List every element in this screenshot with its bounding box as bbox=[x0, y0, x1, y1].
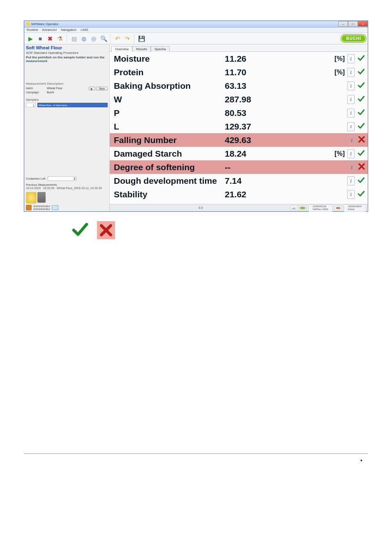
main-area: Overview Results Spectra Moisture11.26[%… bbox=[110, 44, 368, 211]
sample-row: 1 Wheat flour...of data dyna... bbox=[26, 103, 108, 107]
window-minimize[interactable]: – bbox=[338, 21, 348, 27]
status-ok-icon bbox=[357, 54, 365, 63]
window-title: NIRWare Operator bbox=[31, 22, 58, 26]
containers-input[interactable] bbox=[48, 176, 76, 181]
result-name: L bbox=[114, 122, 225, 132]
result-name: P bbox=[114, 108, 225, 118]
status-ok-icon bbox=[357, 149, 365, 158]
svg-point-2 bbox=[336, 207, 340, 209]
result-row: Moisture11.26[%]i bbox=[110, 52, 368, 65]
statusbar-solids-icon bbox=[334, 205, 342, 211]
sample-selected[interactable]: Wheat flour...of data dyna... bbox=[37, 103, 108, 107]
brand-logo: BUCHI bbox=[341, 35, 366, 42]
tab-overview[interactable]: Overview bbox=[111, 46, 132, 52]
prev-meas-row[interactable]: 10-12-2010 10:33:45 Wheat Flour_2010-10-… bbox=[26, 187, 108, 190]
result-name: Moisture bbox=[114, 54, 225, 64]
result-value: 11.26 bbox=[225, 54, 334, 64]
info-icon[interactable]: i bbox=[347, 176, 355, 185]
result-name: Dough development time bbox=[114, 176, 225, 186]
run-sample-button[interactable]: ▶ bbox=[89, 87, 95, 90]
batch-value: Wheat Flour bbox=[47, 87, 88, 90]
prev-meas-head: Previous Measurements bbox=[26, 183, 108, 186]
new-sample-button[interactable]: New bbox=[96, 87, 108, 90]
info-icon[interactable]: i bbox=[347, 109, 355, 118]
info-icon[interactable]: i bbox=[347, 68, 355, 77]
tb-globe-search-icon[interactable]: ◎ bbox=[89, 34, 98, 43]
tb-play-icon[interactable]: ▶ bbox=[26, 34, 35, 43]
tb-layers-icon[interactable]: ▤ bbox=[69, 34, 78, 43]
menu-lims[interactable]: LIMS bbox=[81, 28, 88, 32]
statusbar-device-chip: 1000000156 NIRFlex N500 bbox=[308, 204, 333, 212]
result-value: 129.37 bbox=[225, 122, 345, 132]
status-bad-icon bbox=[358, 135, 365, 145]
status-bar: 0.0 1000000156 NIRFlex N500 bbox=[110, 204, 368, 211]
info-icon[interactable]: i bbox=[347, 81, 355, 90]
result-name: W bbox=[114, 95, 225, 104]
tab-results[interactable]: Results bbox=[132, 46, 151, 52]
result-value: 7.14 bbox=[225, 176, 345, 186]
batch-label: batch bbox=[26, 87, 46, 90]
result-value: 18.24 bbox=[225, 149, 334, 159]
legend-bad-icon bbox=[97, 221, 115, 239]
result-unit: [%] bbox=[334, 69, 345, 76]
window-close[interactable]: × bbox=[358, 21, 368, 27]
info-icon[interactable]: i bbox=[347, 149, 355, 158]
info-icon[interactable]: i bbox=[348, 163, 355, 172]
user-icon bbox=[26, 205, 32, 210]
status-ok-icon bbox=[357, 190, 365, 199]
menu-navigation[interactable]: Navigation bbox=[61, 28, 76, 32]
archive-icon[interactable] bbox=[37, 192, 46, 203]
window-titlebar[interactable]: NIRWare Operator – □ × bbox=[24, 21, 368, 28]
tb-globe-icon[interactable]: ◍ bbox=[79, 34, 88, 43]
result-row: Protein11.70[%]i bbox=[110, 65, 368, 79]
sidebar-title: Soft Wheat Flour bbox=[26, 45, 108, 50]
menu-bar: Routine Advanced Navigation LIMS bbox=[24, 28, 368, 33]
prev-time: 10:33:45 bbox=[43, 187, 54, 190]
tb-delete-icon[interactable]: ✖ bbox=[46, 34, 55, 43]
svg-rect-1 bbox=[300, 207, 305, 209]
campaign-value: Buchi bbox=[47, 91, 88, 94]
status-ok-icon bbox=[357, 68, 365, 77]
sample-index[interactable]: 1 bbox=[26, 103, 36, 107]
result-name: Protein bbox=[114, 67, 225, 77]
result-name: Baking Absorption bbox=[114, 81, 225, 91]
status-bad-icon bbox=[358, 162, 365, 172]
meas-desc-head: Measurement Description bbox=[26, 82, 108, 86]
result-value: 287.98 bbox=[225, 95, 345, 104]
result-name: Degree of softening bbox=[114, 162, 225, 172]
statusbar-solids-chip: 1000044819 Solids bbox=[344, 204, 366, 212]
result-name: Falling Number bbox=[114, 135, 225, 145]
admin-1: Administrator bbox=[33, 205, 50, 208]
menu-advanced[interactable]: Advanced bbox=[42, 28, 57, 32]
status-ok-icon bbox=[357, 81, 365, 90]
tb-flask-icon[interactable]: ⚗ bbox=[55, 34, 65, 43]
info-icon[interactable]: i bbox=[347, 54, 355, 63]
sop-desc: Put the petridish on the sample holder a… bbox=[26, 56, 108, 63]
tb-undo-icon[interactable]: ↶ bbox=[113, 34, 122, 43]
prev-date: 10-12-2010 bbox=[26, 187, 41, 190]
result-unit: [%] bbox=[334, 150, 345, 157]
result-name: Damaged Starch bbox=[114, 149, 225, 159]
trash-icon[interactable] bbox=[26, 192, 37, 204]
result-row: Baking Absorption63.13i bbox=[110, 79, 368, 92]
info-icon[interactable]: i bbox=[347, 190, 355, 199]
window-maximize[interactable]: □ bbox=[348, 21, 358, 27]
status-ok-icon bbox=[357, 95, 365, 104]
tb-redo-icon[interactable]: ↷ bbox=[123, 34, 132, 43]
result-row: L129.37i bbox=[110, 120, 368, 133]
tb-save-icon[interactable]: 💾 bbox=[137, 34, 146, 43]
info-icon[interactable]: i bbox=[348, 136, 355, 145]
result-value: 11.70 bbox=[225, 67, 334, 77]
result-row: Dough development time7.14i bbox=[110, 174, 368, 187]
page-separator bbox=[24, 453, 368, 454]
result-row: Damaged Starch18.24[%]i bbox=[110, 147, 368, 160]
menu-routine[interactable]: Routine bbox=[27, 28, 38, 32]
tb-zoom-icon[interactable]: 🔍 bbox=[99, 34, 108, 43]
bullet: • bbox=[0, 457, 362, 464]
info-icon[interactable]: i bbox=[347, 122, 355, 131]
tb-stop-icon[interactable]: ■ bbox=[36, 34, 45, 43]
admin-panel-icon[interactable] bbox=[52, 205, 58, 210]
tab-spectra[interactable]: Spectra bbox=[151, 46, 170, 52]
status-ok-icon bbox=[357, 176, 365, 185]
info-icon[interactable]: i bbox=[347, 95, 355, 104]
